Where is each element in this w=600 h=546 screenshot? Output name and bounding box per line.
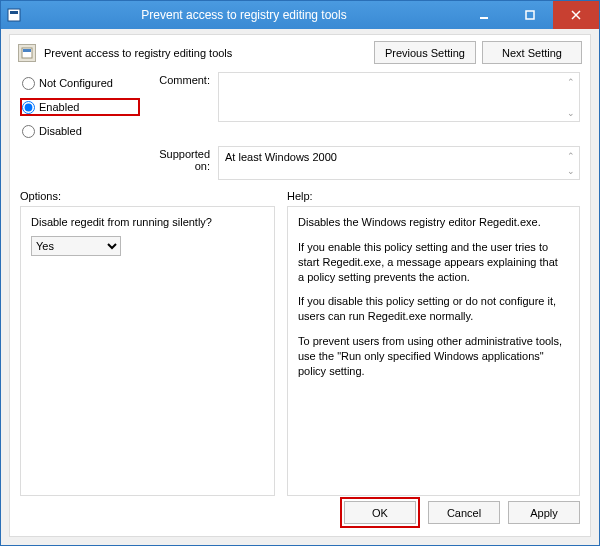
app-icon: [1, 1, 27, 29]
radio-not-configured[interactable]: Not Configured: [20, 74, 140, 92]
options-label: Options:: [20, 190, 275, 202]
comment-textarea[interactable]: ⌃⌄: [218, 72, 580, 122]
supported-label: Supported on:: [144, 146, 214, 172]
options-panel: Disable regedit from running silently? Y…: [20, 206, 275, 496]
dialog-window: Prevent access to registry editing tools…: [0, 0, 600, 546]
options-dropdown[interactable]: Yes: [31, 236, 121, 256]
window-title: Prevent access to registry editing tools: [27, 1, 461, 29]
comment-label: Comment:: [144, 72, 214, 86]
previous-setting-button[interactable]: Previous Setting: [374, 41, 476, 64]
help-panel: Disables the Windows registry editor Reg…: [287, 206, 580, 496]
radio-disabled[interactable]: Disabled: [20, 122, 140, 140]
svg-rect-5: [23, 49, 31, 52]
radio-disabled-label: Disabled: [39, 125, 82, 137]
help-text-p3: If you disable this policy setting or do…: [298, 294, 563, 324]
ok-button[interactable]: OK: [344, 501, 416, 524]
policy-icon: [18, 44, 36, 62]
supported-on-box: At least Windows 2000 ⌃⌄: [218, 146, 580, 180]
titlebar: Prevent access to registry editing tools: [1, 1, 599, 29]
supported-scrollbar[interactable]: ⌃⌄: [563, 148, 578, 178]
policy-title: Prevent access to registry editing tools: [44, 47, 366, 59]
radio-not-configured-label: Not Configured: [39, 77, 113, 89]
svg-rect-1: [10, 11, 18, 14]
help-label: Help:: [287, 190, 580, 202]
radio-enabled-label: Enabled: [39, 101, 79, 113]
help-text-p1: Disables the Windows registry editor Reg…: [298, 215, 563, 230]
apply-button[interactable]: Apply: [508, 501, 580, 524]
cancel-button[interactable]: Cancel: [428, 501, 500, 524]
next-setting-button[interactable]: Next Setting: [482, 41, 582, 64]
help-text-p2: If you enable this policy setting and th…: [298, 240, 563, 285]
maximize-button[interactable]: [507, 1, 553, 29]
dialog-body: Prevent access to registry editing tools…: [9, 34, 591, 537]
options-question: Disable regedit from running silently?: [31, 215, 264, 230]
help-text-p4: To prevent users from using other admini…: [298, 334, 563, 379]
svg-rect-0: [8, 9, 20, 21]
svg-rect-3: [526, 11, 534, 19]
svg-rect-2: [480, 17, 488, 19]
radio-enabled[interactable]: Enabled: [20, 98, 140, 116]
close-button[interactable]: [553, 1, 599, 29]
comment-scrollbar[interactable]: ⌃⌄: [563, 74, 578, 120]
ok-highlight: OK: [340, 497, 420, 528]
supported-on-text: At least Windows 2000: [225, 151, 337, 163]
minimize-button[interactable]: [461, 1, 507, 29]
